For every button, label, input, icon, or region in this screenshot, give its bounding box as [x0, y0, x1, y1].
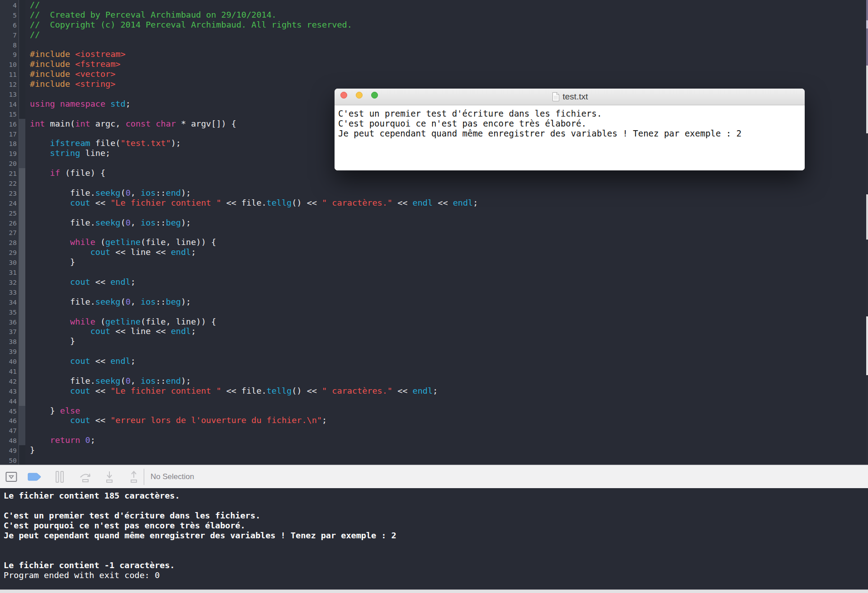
line-number[interactable]: 28 [0, 238, 17, 248]
token-std: end [166, 376, 181, 386]
line-number[interactable]: 50 [0, 456, 17, 465]
code-line-27[interactable]: 27 [0, 227, 868, 237]
line-number[interactable]: 36 [0, 318, 17, 328]
document-text-area[interactable]: C'est un premier test d'écriture dans le… [335, 105, 805, 170]
code-line-24[interactable]: 24 cout << "Le fichier contient " << fil… [0, 198, 868, 208]
code-line-12[interactable]: 12#include <string> [0, 79, 868, 89]
code-line-38[interactable]: 38 } [0, 336, 868, 346]
line-number[interactable]: 7 [0, 31, 17, 41]
line-number[interactable]: 21 [0, 169, 17, 179]
line-number[interactable]: 14 [0, 100, 17, 110]
line-number[interactable]: 26 [0, 219, 17, 229]
line-number[interactable]: 47 [0, 426, 17, 436]
line-number[interactable]: 30 [0, 258, 17, 268]
line-number[interactable]: 29 [0, 248, 17, 258]
code-line-30[interactable]: 30 } [0, 257, 868, 267]
code-line-43[interactable]: 43 cout << "Le fichier contient " << fil… [0, 386, 868, 396]
line-number[interactable]: 9 [0, 50, 17, 60]
code-line-4[interactable]: 4// [0, 0, 868, 10]
line-number[interactable]: 38 [0, 337, 17, 347]
line-number[interactable]: 18 [0, 139, 17, 149]
line-number[interactable]: 4 [0, 1, 17, 11]
code-line-22[interactable]: 22 [0, 178, 868, 188]
line-number[interactable]: 25 [0, 209, 17, 219]
line-number[interactable]: 8 [0, 41, 17, 51]
code-line-35[interactable]: 35 [0, 307, 868, 317]
code-line-36[interactable]: 36 while (getline(file, line)) { [0, 317, 868, 327]
code-line-34[interactable]: 34 file.seekg(0, ios::beg); [0, 297, 868, 307]
line-number[interactable]: 42 [0, 377, 17, 387]
source-editor[interactable]: 4//5// Created by Perceval Archimbaud on… [0, 0, 868, 465]
pause-button[interactable] [55, 471, 64, 483]
line-number[interactable]: 10 [0, 60, 17, 70]
line-number[interactable]: 5 [0, 11, 17, 21]
code-line-26[interactable]: 26 file.seekg(0, ios::beg); [0, 218, 868, 228]
code-line-49[interactable]: 49} [0, 445, 868, 455]
token-std: endl [171, 247, 191, 257]
code-line-9[interactable]: 9#include <iostream> [0, 49, 868, 59]
step-over-button[interactable] [79, 471, 92, 483]
line-number[interactable]: 41 [0, 367, 17, 377]
code-line-46[interactable]: 46 cout << "erreur lors de l'ouverture d… [0, 415, 868, 425]
code-line-48[interactable]: 48 return 0; [0, 435, 868, 445]
code-line-29[interactable]: 29 cout << line << endl; [0, 247, 868, 257]
line-number[interactable]: 15 [0, 110, 17, 120]
line-number[interactable]: 48 [0, 436, 17, 446]
line-number[interactable]: 17 [0, 130, 17, 140]
line-number[interactable]: 45 [0, 407, 17, 417]
line-number[interactable]: 39 [0, 347, 17, 357]
line-number[interactable]: 49 [0, 446, 17, 456]
code-line-41[interactable]: 41 [0, 366, 868, 376]
line-number[interactable]: 44 [0, 397, 17, 407]
line-number[interactable]: 43 [0, 387, 17, 397]
code-line-37[interactable]: 37 cout << line << endl; [0, 326, 868, 336]
code-line-50[interactable]: 50 [0, 455, 868, 465]
code-line-5[interactable]: 5// Created by Perceval Archimbaud on 29… [0, 10, 868, 20]
line-number[interactable]: 32 [0, 278, 17, 288]
line-number[interactable]: 35 [0, 308, 17, 318]
line-number[interactable]: 23 [0, 189, 17, 199]
code-line-40[interactable]: 40 cout << endl; [0, 356, 868, 366]
textedit-window[interactable]: test.txt C'est un premier test d'écritur… [335, 89, 805, 170]
code-line-33[interactable]: 33 [0, 287, 868, 297]
code-line-28[interactable]: 28 while (getline(file, line)) { [0, 237, 868, 247]
code-line-8[interactable]: 8 [0, 40, 868, 50]
line-number[interactable]: 46 [0, 416, 17, 426]
token-pre: #include [30, 49, 75, 59]
step-into-button[interactable] [104, 471, 114, 483]
line-number[interactable]: 12 [0, 80, 17, 90]
line-number[interactable]: 19 [0, 149, 17, 159]
line-number[interactable]: 20 [0, 159, 17, 169]
code-line-25[interactable]: 25 [0, 208, 868, 218]
console-output[interactable]: Le fichier contient 185 caractères. C'es… [0, 488, 868, 589]
step-out-button[interactable] [129, 471, 139, 483]
line-number[interactable]: 24 [0, 199, 17, 209]
line-number[interactable]: 37 [0, 327, 17, 337]
hide-debug-area-button[interactable] [5, 471, 17, 482]
code-line-44[interactable]: 44 [0, 396, 868, 406]
code-line-31[interactable]: 31 [0, 267, 868, 277]
window-titlebar[interactable]: test.txt [335, 89, 805, 105]
code-line-6[interactable]: 6// Copyright (c) 2014 Perceval Archimba… [0, 20, 868, 30]
line-number[interactable]: 16 [0, 120, 17, 130]
line-number[interactable]: 40 [0, 357, 17, 367]
line-number[interactable]: 6 [0, 21, 17, 31]
code-line-32[interactable]: 32 cout << endl; [0, 277, 868, 287]
code-lines[interactable]: 4//5// Created by Perceval Archimbaud on… [0, 0, 868, 465]
code-line-45[interactable]: 45 } else [0, 406, 868, 416]
code-line-11[interactable]: 11#include <vector> [0, 69, 868, 79]
breakpoints-toggle-button[interactable] [28, 473, 41, 481]
code-line-10[interactable]: 10#include <fstream> [0, 59, 868, 69]
code-line-7[interactable]: 7// [0, 30, 868, 40]
code-line-23[interactable]: 23 file.seekg(0, ios::end); [0, 188, 868, 198]
code-line-42[interactable]: 42 file.seekg(0, ios::end); [0, 376, 868, 386]
code-line-39[interactable]: 39 [0, 346, 868, 356]
line-number[interactable]: 34 [0, 298, 17, 308]
line-number[interactable]: 13 [0, 90, 17, 100]
line-number[interactable]: 31 [0, 268, 17, 278]
code-line-47[interactable]: 47 [0, 425, 868, 435]
line-number[interactable]: 33 [0, 288, 17, 298]
line-number[interactable]: 27 [0, 228, 17, 238]
line-number[interactable]: 22 [0, 179, 17, 189]
line-number[interactable]: 11 [0, 70, 17, 80]
